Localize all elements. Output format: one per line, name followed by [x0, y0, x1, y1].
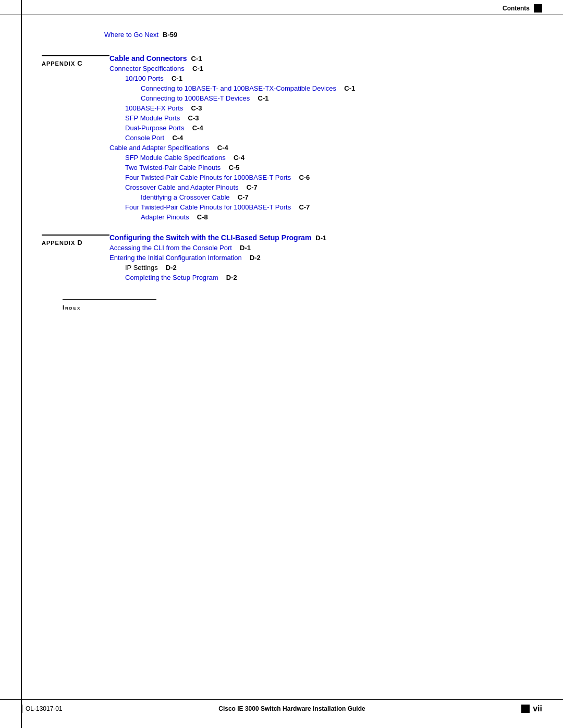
four-twisted-pair-c7-page: C-7: [295, 203, 310, 211]
toc-connect-1000base: Connecting to 1000BASE-T Devices C-1: [109, 94, 521, 102]
dual-purpose-ports-page: C-4: [188, 124, 203, 132]
index-section: Index: [42, 299, 521, 311]
appendix-d-content: Configuring the Switch with the CLI-Base…: [109, 233, 521, 283]
toc-connector-specs: Connector Specifications C-1: [109, 65, 521, 72]
toc-dual-purpose-ports: Dual-Purpose Ports C-4: [109, 124, 521, 132]
toc-sfp-cable-specs: SFP Module Cable Specifications C-4: [109, 154, 521, 162]
appendix-c-title-page: C-1: [191, 55, 202, 63]
top-bar-contents: Contents: [503, 4, 542, 13]
console-port-page: C-4: [168, 134, 183, 142]
sfp-cable-specs-page: C-4: [230, 154, 244, 162]
toc-accessing-cli: Accessing the CLI from the Console Port …: [109, 244, 521, 252]
four-twisted-pair-c6-link[interactable]: Four Twisted-Pair Cable Pinouts for 1000…: [125, 174, 291, 181]
crossover-cable-link[interactable]: Crossover Cable and Adapter Pinouts: [125, 183, 239, 191]
identify-crossover-page: C-7: [234, 193, 249, 201]
appendix-c-divider: [42, 55, 109, 56]
where-to-go-page: B-59: [163, 31, 177, 39]
accessing-cli-link[interactable]: Accessing the CLI from the Console Port: [109, 244, 232, 252]
10-100-ports-page: C-1: [168, 75, 182, 82]
identify-crossover-link[interactable]: Identifying a Crossover Cable: [141, 193, 230, 201]
footer-page-num: vii: [533, 704, 542, 713]
four-twisted-pair-c6-page: C-6: [295, 174, 310, 181]
connect-1000base-link[interactable]: Connecting to 1000BASE-T Devices: [141, 94, 250, 102]
appendix-d-divider: [42, 235, 109, 236]
adapter-pinouts-link[interactable]: Adapter Pinouts: [141, 213, 189, 221]
connector-specs-page: C-1: [189, 65, 203, 72]
footer-title: Cisco IE 3000 Switch Hardware Installati…: [63, 705, 521, 712]
sfp-module-ports-link[interactable]: SFP Module Ports: [125, 114, 180, 122]
toc-console-port: Console Port C-4: [109, 134, 521, 142]
connector-specs-link[interactable]: Connector Specifications: [109, 65, 185, 72]
toc-100base-fx: 100BASE-FX Ports C-3: [109, 104, 521, 112]
crossover-cable-page: C-7: [243, 183, 258, 191]
completing-setup-page: D-2: [222, 274, 237, 281]
toc-10-100-ports: 10/100 Ports C-1: [109, 75, 521, 82]
where-to-go-section: Where to Go Next B-59: [42, 31, 521, 39]
entering-initial-config-link[interactable]: Entering the Initial Configuration Infor…: [109, 254, 242, 262]
cable-adapter-specs-page: C-4: [214, 144, 228, 152]
appendix-c-title-line: Cable and Connectors C-1: [109, 54, 521, 63]
ip-settings-page: D-2: [162, 264, 177, 272]
toc-four-twisted-pair-c7: Four Twisted-Pair Cable Pinouts for 1000…: [109, 203, 521, 211]
sfp-module-ports-page: C-3: [184, 114, 199, 122]
dual-purpose-ports-link[interactable]: Dual-Purpose Ports: [125, 124, 184, 132]
footer-black-rect-icon: [521, 705, 530, 713]
index-label: Index: [63, 304, 81, 311]
appendix-d-title-page: D-1: [315, 234, 326, 242]
footer: OL-13017-01 Cisco IE 3000 Switch Hardwar…: [0, 699, 563, 718]
toc-four-twisted-pair-c6: Four Twisted-Pair Cable Pinouts for 1000…: [109, 174, 521, 181]
completing-setup-link[interactable]: Completing the Setup Program: [125, 274, 218, 281]
contents-label: Contents: [503, 5, 530, 12]
main-content: Where to Go Next B-59 Appendix C Cable a…: [0, 15, 563, 353]
index-divider: [63, 299, 156, 300]
appendix-d-title-line: Configuring the Switch with the CLI-Base…: [109, 233, 521, 242]
where-to-go-link[interactable]: Where to Go Next: [104, 31, 158, 39]
appendix-c-label: Appendix C: [42, 54, 109, 67]
two-twisted-pair-link[interactable]: Two Twisted-Pair Cable Pinouts: [125, 164, 221, 171]
footer-left-border-icon: [21, 705, 22, 713]
toc-crossover-cable: Crossover Cable and Adapter Pinouts C-7: [109, 183, 521, 191]
appendix-c-title[interactable]: Cable and Connectors: [109, 54, 187, 63]
top-bar: Contents: [0, 0, 563, 15]
toc-two-twisted-pair: Two Twisted-Pair Cable Pinouts C-5: [109, 164, 521, 171]
toc-entering-initial-config: Entering the Initial Configuration Infor…: [109, 254, 521, 262]
connect-10base-page: C-1: [340, 84, 355, 92]
toc-connect-10base: Connecting to 10BASE-T- and 100BASE-TX-C…: [109, 84, 521, 92]
toc-adapter-pinouts: Adapter Pinouts C-8: [109, 213, 521, 221]
toc-identify-crossover: Identifying a Crossover Cable C-7: [109, 193, 521, 201]
appendix-c-row: Appendix C Cable and Connectors C-1 Conn…: [42, 54, 521, 223]
cable-adapter-specs-link[interactable]: Cable and Adapter Specifications: [109, 144, 210, 152]
ip-settings-text: IP Settings: [125, 264, 158, 272]
accessing-cli-page: D-1: [236, 244, 251, 252]
footer-doc-num: OL-13017-01: [26, 705, 63, 712]
sfp-cable-specs-link[interactable]: SFP Module Cable Specifications: [125, 154, 226, 162]
appendix-d-label: Appendix D: [42, 233, 109, 246]
footer-left: OL-13017-01: [21, 705, 63, 713]
appendix-d-title[interactable]: Configuring the Switch with the CLI-Base…: [109, 233, 311, 242]
footer-right: vii: [521, 704, 542, 713]
page-container: Contents Where to Go Next B-59 Appendix …: [0, 0, 563, 728]
100base-fx-page: C-3: [187, 104, 202, 112]
toc-sfp-module-ports: SFP Module Ports C-3: [109, 114, 521, 122]
contents-black-rect: [534, 4, 542, 13]
appendix-d-row: Appendix D Configuring the Switch with t…: [42, 233, 521, 283]
connect-1000base-page: C-1: [254, 94, 268, 102]
connect-10base-link[interactable]: Connecting to 10BASE-T- and 100BASE-TX-C…: [141, 84, 336, 92]
four-twisted-pair-c7-link[interactable]: Four Twisted-Pair Cable Pinouts for 1000…: [125, 203, 291, 211]
toc-completing-setup: Completing the Setup Program D-2: [109, 274, 521, 281]
entering-initial-config-page: D-2: [246, 254, 261, 262]
toc-cable-adapter-specs: Cable and Adapter Specifications C-4: [109, 144, 521, 152]
appendix-c-content: Cable and Connectors C-1 Connector Speci…: [109, 54, 521, 223]
adapter-pinouts-page: C-8: [193, 213, 208, 221]
100base-fx-link[interactable]: 100BASE-FX Ports: [125, 104, 183, 112]
10-100-ports-link[interactable]: 10/100 Ports: [125, 75, 164, 82]
toc-ip-settings: IP Settings D-2: [109, 264, 521, 272]
two-twisted-pair-page: C-5: [225, 164, 239, 171]
console-port-link[interactable]: Console Port: [125, 134, 164, 142]
